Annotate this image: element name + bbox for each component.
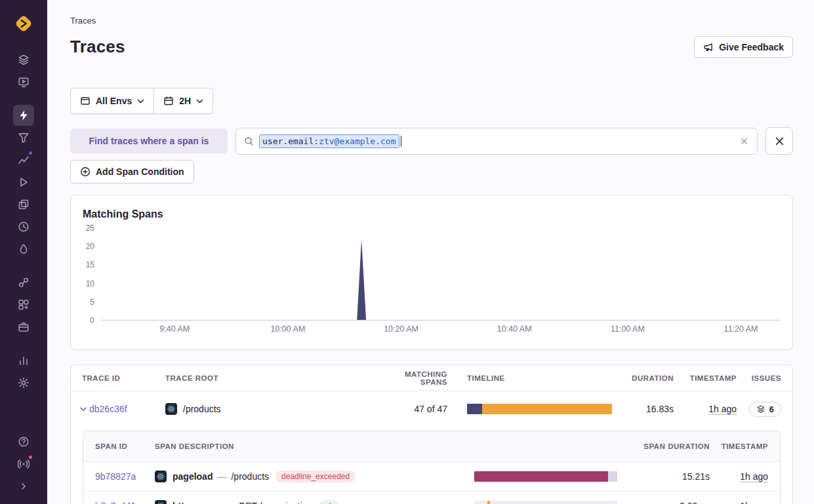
span-description-cell: http.server — GET /organization ok bbox=[155, 500, 469, 504]
environment-filter-button[interactable]: All Envs bbox=[70, 88, 154, 114]
history-clock-icon bbox=[18, 221, 30, 233]
issues-icon bbox=[18, 54, 30, 66]
add-span-condition-button[interactable]: Add Span Condition bbox=[70, 160, 194, 184]
profiling-flame-icon bbox=[18, 243, 30, 255]
col-duration: DURATION bbox=[618, 374, 678, 382]
sidebar-item-briefcase[interactable] bbox=[13, 317, 34, 338]
separator: — bbox=[224, 501, 234, 504]
sidebar-item-explore[interactable] bbox=[13, 71, 34, 92]
settings-gear-icon bbox=[18, 377, 30, 389]
sidebar-item-traces[interactable] bbox=[13, 105, 34, 126]
sentry-logo[interactable] bbox=[13, 13, 34, 34]
sidebar-item-funnel[interactable] bbox=[13, 127, 34, 148]
search-icon bbox=[244, 136, 254, 146]
integrations-blocks-icon bbox=[18, 299, 30, 311]
search-token-key: user.email: bbox=[262, 136, 319, 146]
span-duration: 15.21s bbox=[626, 471, 714, 482]
chart-body: 0510152025 9:40 AM10:00 AM10:20 AM10:40 … bbox=[83, 228, 781, 340]
trace-id-link[interactable]: db26c36f bbox=[89, 404, 127, 414]
sidebar-expand-button[interactable] bbox=[13, 476, 34, 497]
traces-table: TRACE ID TRACE ROOT MATCHING SPANS TIMEL… bbox=[70, 364, 793, 504]
sidebar-item-releases[interactable] bbox=[13, 194, 34, 215]
add-span-condition-label: Add Span Condition bbox=[96, 166, 184, 177]
span-row: b7a7e441 http.server — GET /organization… bbox=[83, 491, 780, 504]
span-status-badge: ok bbox=[319, 500, 339, 504]
search-row: Find traces where a span is user.email: … bbox=[70, 127, 793, 155]
col-trace-root: TRACE ROOT bbox=[165, 374, 375, 382]
sidebar-item-replays[interactable] bbox=[13, 172, 34, 193]
trace-row: db26c36f /products 47 of 47 16.83s 1h ag… bbox=[71, 391, 792, 427]
help-icon bbox=[18, 436, 30, 448]
trace-timestamp-cell: 1h ago bbox=[678, 404, 741, 414]
chart-title: Matching Spans bbox=[83, 208, 781, 220]
span-timeline-bar[interactable] bbox=[474, 501, 617, 504]
give-feedback-label: Give Feedback bbox=[719, 42, 784, 52]
trace-root-label: /products bbox=[183, 404, 221, 414]
close-icon bbox=[774, 136, 785, 147]
search-token[interactable]: user.email: ztv@example.com bbox=[259, 134, 399, 148]
span-op: pageload bbox=[173, 471, 213, 482]
breadcrumb[interactable]: Traces bbox=[70, 16, 793, 26]
col-span-id: SPAN ID bbox=[83, 442, 155, 450]
col-matching-spans: MATCHING SPANS bbox=[375, 370, 460, 386]
span-description-cell: pageload — /products deadline_exceeded bbox=[155, 471, 469, 482]
sidebar-item-integrations[interactable] bbox=[13, 294, 34, 315]
span-timeline-bar[interactable] bbox=[474, 471, 617, 482]
trace-timeline-bar[interactable] bbox=[467, 404, 612, 414]
sidebar-bottom-nav bbox=[13, 431, 34, 497]
sidebar-item-stats[interactable] bbox=[13, 350, 34, 371]
filter-button-group: All Envs 2H bbox=[70, 88, 213, 114]
title-row: Traces Give Feedback bbox=[70, 36, 793, 58]
sidebar-item-help[interactable] bbox=[13, 431, 34, 452]
funnel-icon bbox=[18, 132, 30, 144]
issues-cell: 6 bbox=[741, 402, 792, 417]
sidebar bbox=[0, 0, 47, 504]
plus-circle-icon bbox=[80, 166, 91, 177]
whats-new-notification-dot bbox=[28, 454, 33, 460]
timeline-cell bbox=[460, 404, 618, 414]
sidebar-item-history[interactable] bbox=[13, 216, 34, 237]
broadcast-icon bbox=[18, 458, 30, 470]
trace-search-input[interactable]: user.email: ztv@example.com bbox=[235, 128, 758, 155]
sidebar-item-profiling[interactable] bbox=[13, 239, 34, 260]
matching-spans-chart[interactable] bbox=[101, 228, 781, 320]
time-range-filter-label: 2H bbox=[179, 96, 191, 106]
span-id-link[interactable]: b7a7e441 bbox=[95, 501, 136, 504]
window-icon bbox=[80, 96, 91, 106]
span-timestamp[interactable]: 1h ago bbox=[740, 471, 768, 482]
col-span-timestamp: TIMESTAMP bbox=[714, 442, 780, 450]
close-search-button[interactable] bbox=[765, 127, 793, 155]
span-status-badge: deadline_exceeded bbox=[275, 471, 356, 482]
matching-spans-panel: Matching Spans 0510152025 9:40 AM10:00 A… bbox=[70, 195, 793, 350]
trace-timestamp[interactable]: 1h ago bbox=[708, 404, 737, 415]
insights-notification-dot bbox=[28, 150, 33, 156]
collapse-trace-button[interactable] bbox=[77, 403, 89, 415]
time-range-filter-button[interactable]: 2H bbox=[153, 88, 213, 114]
issues-count-button[interactable]: 6 bbox=[749, 402, 781, 417]
col-issues: ISSUES bbox=[741, 374, 792, 382]
sidebar-item-insights[interactable] bbox=[13, 149, 34, 170]
span-timestamp[interactable]: 1h ago bbox=[740, 501, 768, 504]
issues-icon bbox=[756, 404, 765, 414]
span-table: SPAN ID SPAN DESCRIPTION SPAN DURATION T… bbox=[83, 431, 781, 504]
chart-x-axis-labels: 9:40 AM10:00 AM10:20 AM10:40 AM11:00 AM1… bbox=[101, 324, 781, 340]
chart-main: 9:40 AM10:00 AM10:20 AM10:40 AM11:00 AM1… bbox=[101, 228, 781, 340]
span-description: /products bbox=[231, 471, 269, 482]
sidebar-item-settings[interactable] bbox=[13, 372, 34, 393]
sidebar-item-whats-new[interactable] bbox=[13, 454, 34, 475]
sidebar-item-issues[interactable] bbox=[13, 49, 34, 70]
give-feedback-button[interactable]: Give Feedback bbox=[694, 36, 793, 58]
react-project-icon bbox=[155, 471, 167, 482]
col-span-duration: SPAN DURATION bbox=[469, 442, 714, 450]
span-table-header: SPAN ID SPAN DESCRIPTION SPAN DURATION T… bbox=[83, 431, 780, 462]
span-timeline-cell bbox=[469, 471, 626, 482]
span-timestamp-cell: 1h ago bbox=[714, 501, 780, 504]
span-id-link[interactable]: 9b78827a bbox=[95, 471, 136, 482]
clear-search-icon[interactable] bbox=[739, 136, 749, 146]
sidebar-item-links[interactable] bbox=[13, 272, 34, 293]
stats-bars-icon bbox=[18, 355, 30, 366]
chevron-down-icon bbox=[196, 99, 203, 104]
chart-y-axis-labels: 0510152025 bbox=[83, 228, 101, 320]
trace-duration: 16.83s bbox=[618, 404, 678, 414]
search-token-value: ztv@example.com bbox=[319, 136, 396, 146]
